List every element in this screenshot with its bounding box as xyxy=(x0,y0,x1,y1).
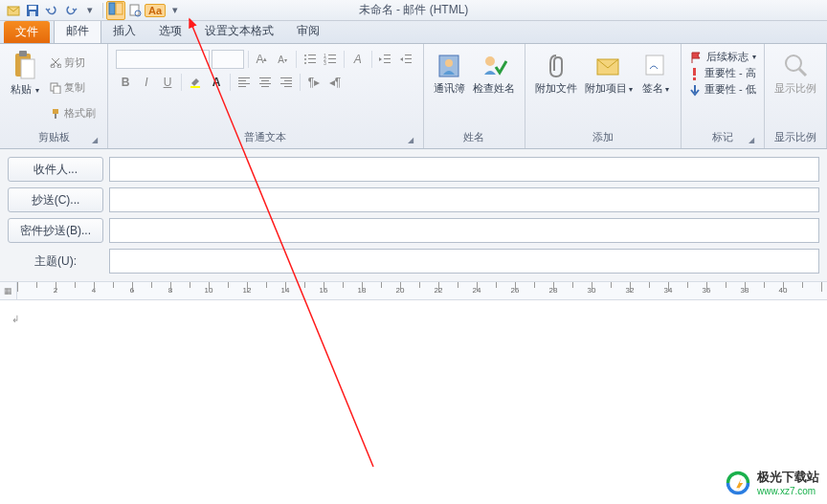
zoom-button[interactable]: 显示比例 xyxy=(771,48,820,128)
send-icon[interactable] xyxy=(5,2,22,19)
exclamation-icon xyxy=(689,67,701,80)
ribbon-tabs: 文件 邮件 插入 选项 设置文本格式 审阅 xyxy=(0,21,827,44)
quick-access-toolbar: ▾ Aa ▾ 未命名 - 邮件 (HTML) xyxy=(0,0,827,21)
bcc-input[interactable] xyxy=(109,218,819,243)
clipboard-group-label: 剪贴板 xyxy=(38,131,70,142)
shrink-font-icon[interactable]: A▾ xyxy=(273,50,292,69)
group-include: 附加文件 附加项目 ▾ 签名 ▾ 添加 xyxy=(525,44,682,148)
svg-rect-9 xyxy=(19,51,27,56)
save-icon[interactable] xyxy=(24,2,41,19)
group-clipboard: 粘贴 ▾ 剪切 复制 格式刷 剪贴板◢ xyxy=(0,44,108,148)
followup-button[interactable]: 后续标志▾ xyxy=(689,50,756,64)
clipboard-dialog-icon[interactable]: ◢ xyxy=(90,136,100,145)
to-input[interactable] xyxy=(109,157,819,182)
font-color-icon[interactable]: A xyxy=(207,73,226,92)
horizontal-ruler[interactable]: 246810121416182022242628303234363840 xyxy=(17,282,827,299)
paste-label: 粘贴 xyxy=(11,83,32,95)
bcc-button[interactable]: 密件抄送(B)... xyxy=(8,218,103,243)
subject-label: 主题(U): xyxy=(8,253,103,270)
highlight-icon[interactable] xyxy=(186,73,205,92)
bold-button[interactable]: B xyxy=(116,73,135,92)
align-left-icon[interactable] xyxy=(235,73,254,92)
recipient-area: 收件人... 抄送(C)... 密件抄送(B)... 主题(U): xyxy=(0,149,827,282)
svg-rect-38 xyxy=(238,86,246,87)
attach-item-button[interactable]: 附加项目 ▾ xyxy=(581,48,637,128)
tab-review[interactable]: 审阅 xyxy=(285,19,331,43)
rtl-icon[interactable]: ◂¶ xyxy=(325,73,345,92)
qat-font-aa-icon[interactable]: Aa xyxy=(145,4,166,17)
message-body[interactable]: ↲ xyxy=(0,300,827,501)
svg-rect-35 xyxy=(238,77,250,78)
ruler-corner-icon[interactable]: ▦ xyxy=(0,282,17,299)
ruler-area: ▦ 246810121416182022242628303234363840 xyxy=(0,282,827,300)
italic-button[interactable]: I xyxy=(137,73,156,92)
check-names-button[interactable]: 检查姓名 xyxy=(469,48,519,128)
ribbon: 粘贴 ▾ 剪切 复制 格式刷 剪贴板◢ A▴ A▾ 123 A xyxy=(0,44,827,149)
window-title: 未命名 - 邮件 (HTML) xyxy=(359,2,469,18)
tab-file[interactable]: 文件 xyxy=(4,21,50,43)
qat-customize-icon[interactable]: ▾ xyxy=(167,2,184,19)
font-size-combo[interactable] xyxy=(212,50,244,69)
tab-insert[interactable]: 插入 xyxy=(101,19,147,43)
group-zoom: 显示比例 显示比例 xyxy=(765,44,827,148)
svg-rect-19 xyxy=(308,58,316,59)
to-button[interactable]: 收件人... xyxy=(8,157,103,182)
clear-format-icon[interactable]: A xyxy=(348,50,368,69)
decrease-indent-icon[interactable] xyxy=(376,50,395,69)
qat-custom1-icon[interactable] xyxy=(106,1,125,20)
tags-group-label: 标记 xyxy=(712,131,733,142)
cc-button[interactable]: 抄送(C)... xyxy=(8,187,103,212)
paste-button[interactable]: 粘贴 ▾ xyxy=(6,48,44,128)
group-tags: 后续标志▾ 重要性 - 高 重要性 - 低 标记◢ xyxy=(682,44,765,148)
copy-icon xyxy=(50,82,61,94)
attach-file-button[interactable]: 附加文件 xyxy=(531,48,581,128)
tags-dialog-icon[interactable]: ◢ xyxy=(747,136,756,145)
svg-rect-14 xyxy=(54,86,60,94)
format-painter-button[interactable]: 格式刷 xyxy=(48,105,98,121)
scissors-icon xyxy=(50,56,61,68)
svg-rect-30 xyxy=(384,62,391,63)
svg-rect-2 xyxy=(29,6,36,10)
svg-rect-53 xyxy=(693,77,696,80)
tab-mail[interactable]: 邮件 xyxy=(54,18,101,43)
bullets-icon[interactable] xyxy=(301,50,320,69)
svg-rect-43 xyxy=(280,77,292,78)
cc-input[interactable] xyxy=(109,187,819,212)
undo-icon[interactable] xyxy=(43,2,60,19)
addressbook-button[interactable]: 通讯簿 xyxy=(430,48,469,128)
qat-dropdown-icon[interactable]: ▾ xyxy=(81,2,99,19)
align-center-icon[interactable] xyxy=(256,73,275,92)
font-dialog-icon[interactable]: ◢ xyxy=(406,136,415,145)
group-basic-text: A▴ A▾ 123 A B I U A xyxy=(108,44,424,148)
print-preview-icon[interactable] xyxy=(126,2,144,19)
svg-rect-21 xyxy=(308,62,316,63)
signature-icon xyxy=(640,50,671,80)
tab-options[interactable]: 选项 xyxy=(147,19,193,43)
paste-icon xyxy=(10,50,40,80)
importance-low-button[interactable]: 重要性 - 低 xyxy=(689,82,756,97)
svg-rect-15 xyxy=(53,109,58,114)
copy-button[interactable]: 复制 xyxy=(48,79,98,96)
numbering-icon[interactable]: 123 xyxy=(321,50,340,69)
grow-font-icon[interactable]: A▴ xyxy=(253,50,272,69)
ltr-icon[interactable]: ¶▸ xyxy=(304,73,324,92)
importance-high-button[interactable]: 重要性 - 高 xyxy=(689,66,756,80)
subject-input[interactable] xyxy=(109,249,819,274)
svg-point-49 xyxy=(485,56,495,66)
underline-button[interactable]: U xyxy=(158,73,177,92)
redo-icon[interactable] xyxy=(62,2,79,19)
tab-format[interactable]: 设置文本格式 xyxy=(193,19,285,43)
svg-rect-46 xyxy=(284,86,292,87)
svg-rect-32 xyxy=(405,58,412,59)
signature-button[interactable]: 签名 ▾ xyxy=(637,48,675,128)
flag-icon xyxy=(689,51,703,64)
svg-rect-34 xyxy=(190,86,200,88)
align-right-icon[interactable] xyxy=(277,73,296,92)
basic-text-group-label: 普通文本 xyxy=(244,131,286,142)
svg-rect-4 xyxy=(109,3,115,14)
cut-button[interactable]: 剪切 xyxy=(48,55,98,71)
increase-indent-icon[interactable] xyxy=(396,50,415,69)
font-name-combo[interactable] xyxy=(116,50,210,69)
names-group-label: 姓名 xyxy=(430,128,519,148)
svg-rect-28 xyxy=(384,55,391,55)
